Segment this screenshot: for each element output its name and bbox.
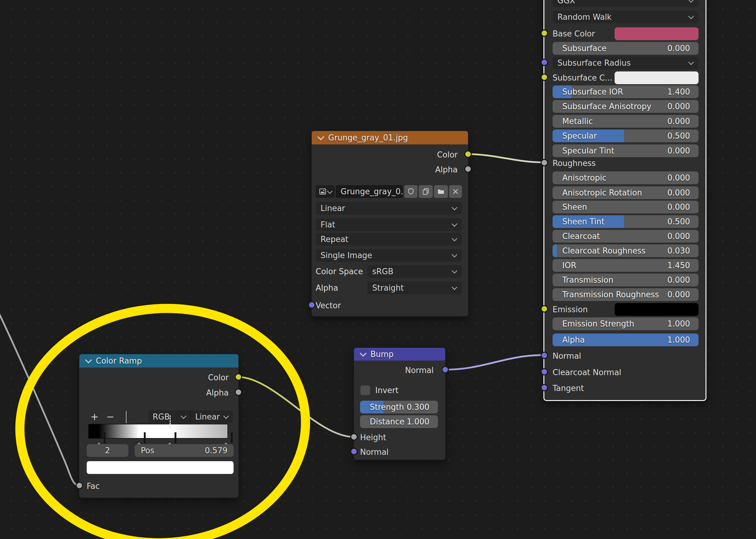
bsdf-subsurface-method[interactable]: Random Walk <box>552 11 699 24</box>
ramp-stop-0[interactable] <box>94 433 104 442</box>
bsdf-specular[interactable]: Specular0.500 <box>552 129 699 142</box>
emission-socket[interactable] <box>541 305 548 313</box>
bsdf-subsurface-radius[interactable]: Subsurface Radius <box>552 56 699 69</box>
bsdf-transmission[interactable]: Transmission0.000 <box>552 273 699 286</box>
bsdf-transmission-roughness[interactable]: Transmission Roughness0.000 <box>552 288 699 301</box>
bsdf-distribution[interactable]: GGX <box>552 0 699 7</box>
node-editor-canvas[interactable]: GGXRandom WalkBase ColorSubsurface0.000S… <box>0 0 756 539</box>
node-bump[interactable]: Bump NormalInvertStrength0.300Distance1.… <box>353 347 446 460</box>
subsurface-color-swatch[interactable] <box>615 71 699 84</box>
alpha-out-socket[interactable] <box>235 389 242 396</box>
image-texture-source[interactable]: Single Image <box>316 249 462 262</box>
image-texture-color-space[interactable]: Color SpacesRGB <box>316 265 462 278</box>
shield-icon <box>407 188 415 195</box>
color-ramp-gradient[interactable] <box>88 424 228 439</box>
base-color-socket[interactable] <box>541 30 548 37</box>
bsdf-sheen-tint[interactable]: Sheen Tint0.500 <box>552 215 699 228</box>
color-out-socket[interactable] <box>235 373 242 381</box>
subsurface-radius-socket[interactable] <box>541 59 548 66</box>
wire-bump-to-normal <box>445 355 544 370</box>
chevron-down-icon <box>327 188 332 193</box>
copy-icon <box>422 188 430 195</box>
base-color-swatch[interactable] <box>615 27 699 40</box>
node-principled-bsdf[interactable]: GGXRandom WalkBase ColorSubsurface0.000S… <box>544 0 707 401</box>
vector-in-socket[interactable] <box>308 301 315 309</box>
bsdf-alpha[interactable]: Alpha1.000 <box>552 334 699 346</box>
normal-in-socket[interactable] <box>350 448 358 455</box>
remove-stop-button[interactable]: − <box>103 411 118 423</box>
image-texture-alpha-mode[interactable]: AlphaStraight <box>316 281 462 294</box>
open-image-button[interactable] <box>434 185 448 198</box>
bsdf-normal: Normal <box>552 349 699 362</box>
color-ramp-header[interactable]: Color Ramp <box>79 354 238 367</box>
bsdf-base-color: Base Color <box>552 27 699 40</box>
image-browse-button[interactable] <box>316 185 335 198</box>
folder-icon <box>437 188 445 195</box>
bsdf-emission-strength[interactable]: Emission Strength1.000 <box>552 317 699 330</box>
image-texture-header[interactable]: Grunge_gray_01.jpg <box>312 131 468 144</box>
chevron-down-icon <box>452 284 457 290</box>
subsurface-color-socket[interactable] <box>541 74 548 81</box>
bump-header[interactable]: Bump <box>354 348 445 360</box>
clearcoat-normal-socket[interactable] <box>541 368 548 375</box>
active-stop-marker <box>170 415 171 429</box>
add-stop-button[interactable]: + <box>87 411 103 423</box>
normal-out-socket[interactable] <box>442 366 449 373</box>
active-stop-color-swatch[interactable] <box>87 461 233 474</box>
unlink-image-button[interactable] <box>449 185 462 198</box>
color-space-dropdown[interactable]: sRGB <box>367 265 462 278</box>
height-socket[interactable] <box>350 433 358 440</box>
bump-normal-out: Normal <box>360 364 438 377</box>
bump-strength[interactable]: Strength0.300 <box>360 401 438 414</box>
active-stop-index-field[interactable]: 2 <box>87 444 128 457</box>
chevron-down-icon <box>452 236 457 241</box>
tangent-socket[interactable] <box>541 384 548 391</box>
normal-socket[interactable] <box>541 352 548 359</box>
ramp-stop-3[interactable] <box>221 433 231 442</box>
image-name-field[interactable]: Grunge_gray_0... <box>336 185 403 198</box>
bsdf-clearcoat[interactable]: Clearcoat0.000 <box>552 230 699 243</box>
ramp-interpolation-dropdown[interactable]: Linear <box>190 411 233 423</box>
bsdf-sheen[interactable]: Sheen0.000 <box>552 201 699 213</box>
bsdf-subsurface-ior[interactable]: Subsurface IOR1.400 <box>552 85 699 98</box>
bsdf-anisotropic-rotation[interactable]: Anisotropic Rotation0.000 <box>552 186 699 199</box>
bsdf-ior[interactable]: IOR1.450 <box>552 259 699 272</box>
ramp-stop-2[interactable] <box>165 433 175 442</box>
emission-swatch[interactable] <box>615 303 699 316</box>
bump-invert[interactable]: Invert <box>360 384 438 397</box>
node-image-texture[interactable]: Grunge_gray_01.jpg Grunge_gray_0... <box>311 130 468 317</box>
node-color-ramp[interactable]: Color Ramp + − RGB Linear 2 Pos 0.579 <box>79 353 239 498</box>
chevron-down-icon <box>452 252 457 257</box>
collapse-chevron-icon[interactable] <box>85 356 92 363</box>
ramp-menu-button[interactable] <box>118 411 134 423</box>
image-texture-projection[interactable]: Flat <box>316 218 462 231</box>
bump-title: Bump <box>371 349 393 359</box>
bsdf-subsurface[interactable]: Subsurface0.000 <box>552 42 699 55</box>
bsdf-roughness: Roughness <box>552 157 699 170</box>
pos-value: 0.579 <box>205 446 227 455</box>
stop-position-field[interactable]: Pos 0.579 <box>135 444 233 457</box>
alpha-out-socket[interactable] <box>464 165 472 173</box>
color-out-socket[interactable] <box>464 150 472 158</box>
image-texture-interpolation[interactable]: Linear <box>316 202 462 215</box>
pos-label: Pos <box>141 446 154 455</box>
fake-user-button[interactable] <box>404 185 418 198</box>
bsdf-clearcoat-roughness[interactable]: Clearcoat Roughness0.030 <box>552 244 699 257</box>
invert-checkbox[interactable] <box>360 385 371 396</box>
bsdf-clearcoat-normal: Clearcoat Normal <box>552 366 699 379</box>
fac-in-socket[interactable] <box>76 482 83 489</box>
bsdf-specular-tint[interactable]: Specular Tint0.000 <box>552 144 699 157</box>
collapse-chevron-icon[interactable] <box>317 133 324 140</box>
color-ramp-color-out: Color <box>87 371 233 384</box>
bsdf-metallic[interactable]: Metallic0.000 <box>552 115 699 128</box>
collapse-chevron-icon[interactable] <box>360 349 367 356</box>
new-image-button[interactable] <box>419 185 433 198</box>
image-texture-extension[interactable]: Repeat <box>316 233 462 246</box>
bsdf-subsurface-anisotropy[interactable]: Subsurface Anisotropy0.000 <box>552 100 699 113</box>
bsdf-anisotropic[interactable]: Anisotropic0.000 <box>552 172 699 184</box>
bump-distance[interactable]: Distance1.000 <box>360 415 438 428</box>
ramp-stop-1[interactable] <box>134 433 144 442</box>
roughness-socket[interactable] <box>541 159 548 166</box>
chevron-down-icon <box>223 413 229 419</box>
alpha-mode-dropdown[interactable]: Straight <box>367 281 462 294</box>
